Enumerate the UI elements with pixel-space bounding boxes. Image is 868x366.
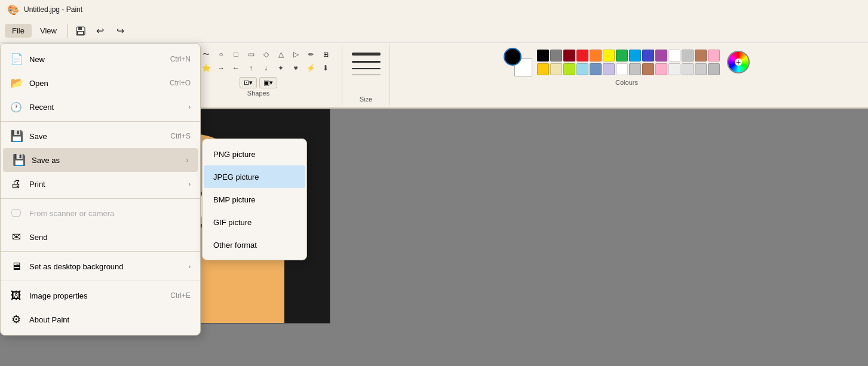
- saveas-label: Save as: [32, 156, 179, 165]
- swatch-12[interactable]: [695, 50, 707, 61]
- menu-item-desktop[interactable]: 🖥 Set as desktop background ›: [1, 254, 200, 278]
- swatch-16[interactable]: [563, 63, 575, 75]
- shapes-label: Shapes: [247, 90, 269, 97]
- shape-outline-btn[interactable]: ⊡▾: [240, 77, 257, 88]
- swatch-0[interactable]: [537, 50, 549, 61]
- about-icon: ⚙: [10, 313, 22, 326]
- undo-button[interactable]: ↩: [91, 23, 110, 39]
- shape-fill-btn[interactable]: ▣▾: [259, 77, 277, 88]
- saveas-arrow: ›: [186, 157, 188, 164]
- swatch-6[interactable]: [616, 50, 628, 61]
- shape-rtri[interactable]: ▷: [289, 48, 303, 61]
- swatch-1[interactable]: [550, 50, 562, 61]
- menu-item-scanner: 🖵 From scanner or camera: [1, 201, 200, 225]
- saveas-gif[interactable]: GIF picture: [204, 211, 305, 233]
- swatch-3[interactable]: [576, 50, 588, 61]
- shape-rect2[interactable]: ▭: [244, 48, 258, 61]
- size-group: Size: [342, 45, 390, 105]
- shape-arrow-d[interactable]: ↓: [259, 61, 273, 75]
- swatch-8[interactable]: [642, 50, 654, 61]
- recent-arrow: ›: [189, 104, 191, 110]
- swatch-11[interactable]: [682, 50, 694, 61]
- other-label: Other format: [213, 241, 257, 250]
- menu-item-saveas[interactable]: 💾 Save as ›: [3, 148, 198, 172]
- shape-fill2[interactable]: ⊞: [318, 48, 333, 61]
- swatch-10[interactable]: [668, 50, 680, 61]
- shape-rect[interactable]: □: [229, 48, 243, 61]
- menu-item-save[interactable]: 💾 Save Ctrl+S: [1, 124, 200, 148]
- shape-more[interactable]: ⬇: [318, 61, 333, 75]
- shape-tri[interactable]: △: [274, 48, 288, 61]
- swatch-4[interactable]: [590, 50, 602, 61]
- desktop-arrow: ›: [189, 263, 191, 270]
- swatch-23[interactable]: [655, 63, 667, 75]
- file-menu: 📄 New Ctrl+N 📂 Open Ctrl+O 🕐 Recent › 💾 …: [0, 43, 201, 336]
- redo-button[interactable]: ↪: [111, 23, 130, 39]
- swatch-2[interactable]: [563, 50, 575, 61]
- saveas-jpeg[interactable]: JPEG picture: [204, 165, 305, 188]
- size-line-1[interactable]: [352, 53, 381, 56]
- save-icon: [75, 26, 86, 36]
- send-label: Send: [29, 233, 191, 242]
- swatch-17[interactable]: [576, 63, 588, 75]
- shape-lightning[interactable]: ⚡: [303, 61, 318, 75]
- menu-item-new[interactable]: 📄 New Ctrl+N: [1, 47, 200, 71]
- colours-label: Colours: [615, 79, 638, 86]
- shape-heart[interactable]: ♥: [289, 61, 303, 75]
- shape-pencil[interactable]: ✏: [303, 48, 318, 61]
- swatch-25[interactable]: [682, 63, 694, 75]
- open-icon: 📂: [10, 76, 22, 90]
- menu-item-view[interactable]: View: [33, 24, 64, 38]
- svg-rect-3: [78, 32, 83, 34]
- shape-curve[interactable]: 〜: [199, 48, 213, 61]
- open-shortcut: Ctrl+O: [170, 79, 191, 87]
- color-picker-button[interactable]: +: [727, 51, 750, 73]
- menu-item-print[interactable]: 🖨 Print ›: [1, 172, 200, 196]
- swatch-15[interactable]: [550, 63, 562, 75]
- saveas-other[interactable]: Other format: [204, 233, 305, 256]
- shape-poly[interactable]: ◇: [259, 48, 273, 61]
- properties-icon: 🖼: [10, 290, 22, 302]
- menu-item-file[interactable]: File: [5, 24, 32, 38]
- menu-item-about[interactable]: ⚙ About Paint: [1, 307, 200, 331]
- shape-arrow-u[interactable]: ↑: [244, 61, 258, 75]
- swatch-13[interactable]: [708, 50, 720, 61]
- fg-color[interactable]: [504, 48, 522, 66]
- saveas-bmp[interactable]: BMP picture: [204, 188, 305, 211]
- menu-item-recent[interactable]: 🕐 Recent ›: [1, 95, 200, 119]
- new-shortcut: Ctrl+N: [170, 55, 191, 63]
- recent-label: Recent: [29, 103, 182, 112]
- properties-shortcut: Ctrl+E: [170, 291, 191, 300]
- swatch-27[interactable]: [708, 63, 720, 75]
- save-button[interactable]: [72, 23, 90, 39]
- shape-star4[interactable]: ✦: [274, 61, 288, 75]
- menu-item-open[interactable]: 📂 Open Ctrl+O: [1, 71, 200, 95]
- size-line-4[interactable]: [352, 75, 381, 75]
- swatch-24[interactable]: [668, 63, 680, 75]
- swatch-19[interactable]: [603, 63, 615, 75]
- menu-item-properties[interactable]: 🖼 Image properties Ctrl+E: [1, 284, 200, 307]
- menu-item-send[interactable]: ✉ Send: [1, 225, 200, 249]
- shape-arrow-l[interactable]: ←: [229, 61, 243, 75]
- shape-star5[interactable]: ⭐: [199, 61, 213, 75]
- properties-label: Image properties: [29, 291, 163, 300]
- send-icon: ✉: [10, 230, 22, 244]
- size-line-3[interactable]: [352, 68, 381, 69]
- swatch-9[interactable]: [655, 50, 667, 61]
- menu-bar: File View ↩ ↪: [0, 19, 868, 43]
- size-line-2[interactable]: [352, 61, 381, 63]
- shape-arrow-r[interactable]: →: [214, 61, 228, 75]
- swatch-21[interactable]: [629, 63, 641, 75]
- saveas-png[interactable]: PNG picture: [204, 143, 305, 165]
- swatch-20[interactable]: [616, 63, 628, 75]
- shape-ellipse[interactable]: ○: [214, 48, 228, 61]
- active-colors: [504, 48, 532, 76]
- swatch-14[interactable]: [537, 63, 549, 75]
- swatch-5[interactable]: [603, 50, 615, 61]
- svg-rect-1: [78, 27, 82, 30]
- swatch-22[interactable]: [642, 63, 654, 75]
- swatch-26[interactable]: [695, 63, 707, 75]
- swatch-18[interactable]: [590, 63, 602, 75]
- new-label: New: [29, 55, 163, 64]
- swatch-7[interactable]: [629, 50, 641, 61]
